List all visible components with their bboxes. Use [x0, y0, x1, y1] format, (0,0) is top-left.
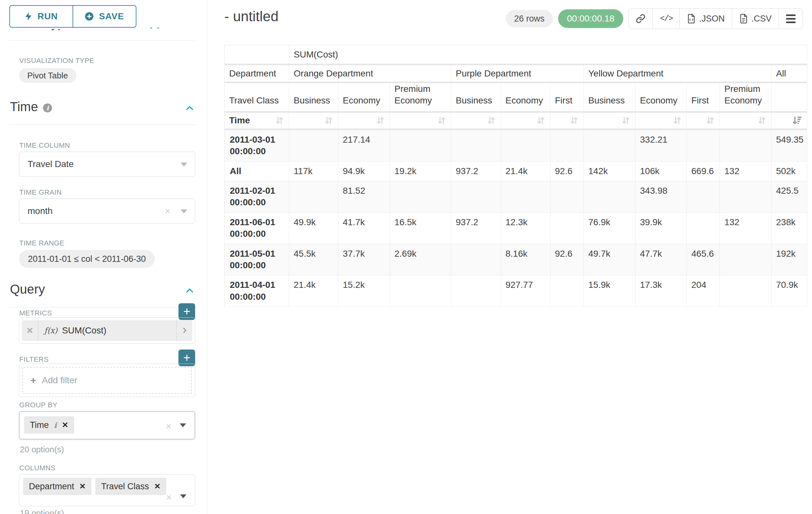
- remove-tag-icon[interactable]: ✕: [79, 482, 86, 491]
- columns-options-hint: 19 option(s): [20, 508, 64, 514]
- time-grain-select[interactable]: month ×: [19, 198, 195, 224]
- sort-descending-icon[interactable]: [792, 115, 802, 126]
- pivot-cell: [687, 181, 720, 213]
- sort-toggle-icon[interactable]: [705, 115, 715, 126]
- export-csv-button[interactable]: .CSV: [732, 9, 779, 29]
- pivot-metric-header: SUM(Cost): [289, 45, 807, 65]
- pivot-cell: 117k: [289, 162, 338, 181]
- sort-toggle-icon[interactable]: [324, 115, 334, 126]
- pivot-sort-cell: [584, 113, 636, 130]
- csv-button-label: .CSV: [751, 14, 772, 24]
- columns-tag-label: Travel Class: [101, 482, 149, 491]
- time-column-select[interactable]: Travel Date: [19, 152, 195, 177]
- time-range-pill[interactable]: 2011-01-01 ≤ col < 2011-06-30: [19, 250, 155, 268]
- info-icon[interactable]: i: [54, 421, 57, 430]
- sort-toggle-icon[interactable]: [536, 115, 546, 126]
- chart-panel: - untitled 26 rows 00:00:00.18 </> .JSON…: [208, 0, 812, 514]
- pivot-subcolumn-header: First: [687, 83, 720, 113]
- pivot-corner-cell: [225, 45, 289, 65]
- pivot-row-label: 2011-06-01 00:00:00: [225, 213, 289, 244]
- clear-icon[interactable]: ×: [166, 492, 172, 502]
- save-button-label: SAVE: [99, 11, 124, 22]
- pivot-subcolumn-header: Premium Economy: [390, 83, 451, 113]
- pivot-subcolumn-header: Economy: [338, 83, 390, 113]
- remove-metric-icon[interactable]: ✕: [22, 320, 38, 341]
- remove-tag-icon[interactable]: ✕: [154, 482, 161, 491]
- filters-container: + Add filter: [19, 364, 195, 397]
- chart-title[interactable]: - untitled: [224, 8, 279, 24]
- sort-toggle-icon[interactable]: [275, 115, 284, 126]
- pivot-cell: [451, 244, 501, 276]
- pivot-cell: 12.3k: [501, 213, 550, 244]
- time-grain-value: month: [28, 206, 53, 216]
- pivot-sort-cell: [390, 113, 451, 130]
- pivot-cell: [584, 181, 636, 213]
- metric-pill[interactable]: ✕ ƒ(x) SUM(Cost) ›: [22, 320, 192, 341]
- group-by-tag-label: Time: [30, 420, 49, 430]
- pivot-cell: [390, 181, 451, 213]
- filters-label: FILTERS: [19, 355, 49, 364]
- group-by-select[interactable]: Timei✕ ×: [19, 411, 195, 439]
- pivot-cell: [289, 130, 338, 162]
- clear-icon[interactable]: ×: [165, 206, 170, 216]
- remove-tag-icon[interactable]: ✕: [62, 421, 68, 430]
- pivot-cell: 106k: [636, 162, 687, 181]
- time-column-value: Travel Date: [28, 159, 74, 169]
- info-icon[interactable]: i: [43, 104, 52, 112]
- columns-tag[interactable]: Travel Class✕: [95, 478, 166, 495]
- pivot-subcolumn-header: Premium Economy: [720, 83, 772, 113]
- sort-toggle-icon[interactable]: [672, 115, 682, 126]
- pivot-cell: 21.4k: [289, 275, 338, 307]
- plus-circle-icon: [85, 12, 94, 21]
- columns-select[interactable]: Department✕Travel Class✕ ×: [19, 474, 195, 506]
- save-button[interactable]: SAVE: [73, 5, 137, 28]
- run-button[interactable]: RUN: [9, 5, 73, 28]
- pivot-cell: 465.6: [687, 244, 720, 276]
- link-icon: [636, 14, 645, 23]
- pivot-column-group-header: Purple Department: [451, 65, 584, 83]
- section-handle-dots: [150, 27, 159, 29]
- pivot-cell: [289, 181, 338, 213]
- sort-toggle-icon[interactable]: [487, 115, 496, 126]
- add-filter-dropzone[interactable]: + Add filter: [22, 367, 192, 394]
- pivot-cell: 204: [687, 275, 720, 307]
- table-row: 2011-04-01 00:00:0021.4k15.2k927.7715.9k…: [225, 275, 807, 307]
- pivot-cell: 8.16k: [501, 244, 550, 276]
- pivot-table-container: SUM(Cost)DepartmentOrange DepartmentPurp…: [224, 45, 807, 307]
- share-link-button[interactable]: [629, 9, 652, 29]
- more-options-button[interactable]: [779, 9, 803, 29]
- sort-toggle-icon[interactable]: [437, 115, 446, 126]
- pivot-cell: [451, 275, 501, 307]
- group-by-tag[interactable]: Timei✕: [24, 416, 74, 434]
- collapse-query-section-icon[interactable]: [185, 286, 195, 296]
- pivot-cell: 549.35: [772, 130, 807, 162]
- group-by-label: GROUP BY: [19, 401, 57, 409]
- pivot-cell: [687, 213, 720, 244]
- table-row: 2011-06-01 00:00:0049.9k41.7k16.5k937.21…: [225, 213, 807, 244]
- chevron-down-icon[interactable]: [180, 424, 186, 427]
- pivot-cell: 132: [720, 162, 772, 181]
- chevron-right-icon[interactable]: ›: [176, 320, 192, 341]
- export-json-button[interactable]: .JSON: [679, 9, 732, 29]
- pivot-cell: 16.5k: [390, 213, 451, 244]
- pivot-cell: 94.9k: [338, 162, 390, 181]
- sort-toggle-icon[interactable]: [376, 115, 385, 126]
- pivot-cell: 502k: [772, 162, 807, 181]
- visualization-type-pill[interactable]: Pivot Table: [19, 68, 77, 83]
- chevron-down-icon[interactable]: [180, 494, 186, 498]
- pivot-cell: 425.5: [772, 181, 807, 213]
- pivot-cell: 927.77: [501, 275, 550, 307]
- pivot-sort-cell: [451, 113, 501, 130]
- view-query-button[interactable]: </>: [652, 9, 679, 29]
- divider: [9, 307, 196, 307]
- collapse-time-section-icon[interactable]: [185, 104, 195, 113]
- plus-icon: +: [30, 375, 36, 386]
- pivot-row-label: 2011-05-01 00:00:00: [225, 244, 289, 276]
- columns-tag[interactable]: Department✕: [23, 478, 91, 495]
- columns-tag-label: Department: [29, 482, 74, 491]
- clear-icon[interactable]: ×: [166, 422, 171, 431]
- time-section-heading: Time i: [10, 100, 52, 114]
- sort-toggle-icon[interactable]: [621, 115, 631, 126]
- sort-toggle-icon[interactable]: [757, 115, 767, 126]
- sort-toggle-icon[interactable]: [569, 115, 579, 126]
